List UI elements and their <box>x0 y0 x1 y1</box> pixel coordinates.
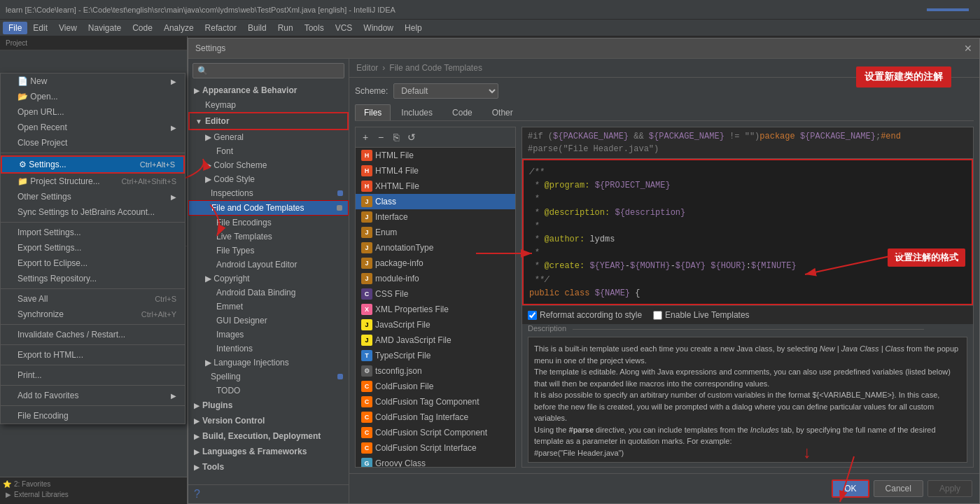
file-item-tsconfig[interactable]: ⚙ tsconfig.json <box>356 363 515 379</box>
file-item-interface[interactable]: J Interface <box>356 209 515 225</box>
menu-view[interactable]: View <box>53 22 83 34</box>
menu-navigate[interactable]: Navigate <box>83 22 127 34</box>
dropdown-close-project[interactable]: Close Project <box>1 135 185 150</box>
settings-inspections[interactable]: Inspections <box>188 186 349 200</box>
file-item-module-info[interactable]: J module-info <box>356 271 515 286</box>
dropdown-file-encoding[interactable]: File Encoding <box>1 408 185 424</box>
file-item-typescript[interactable]: T TypeScript File <box>356 348 515 363</box>
settings-spelling[interactable]: Spelling <box>188 370 349 384</box>
menu-file[interactable]: File <box>3 22 27 34</box>
file-item-enum[interactable]: J Enum <box>356 225 515 240</box>
help-icon[interactable]: ? <box>194 488 200 500</box>
file-item-cf-script-interface[interactable]: C ColdFusion Script Interface <box>356 440 515 456</box>
dropdown-import-settings[interactable]: Import Settings... <box>1 225 185 240</box>
dropdown-print[interactable]: Print... <box>1 368 185 383</box>
settings-file-encodings[interactable]: File Encodings <box>188 216 349 230</box>
dropdown-open-recent[interactable]: Open Recent▶ <box>1 120 185 135</box>
file-item-html4-file[interactable]: H HTML4 File <box>356 163 515 178</box>
live-templates-checkbox[interactable] <box>653 311 662 320</box>
file-item-cf-tag-interface[interactable]: C ColdFusion Tag Interface <box>356 410 515 425</box>
settings-build-execution[interactable]: ▶ Build, Execution, Deployment <box>188 428 349 444</box>
dropdown-open-url[interactable]: Open URL... <box>1 104 185 120</box>
settings-color-scheme[interactable]: ▶ Color Scheme <box>188 158 349 172</box>
file-item-annotation-type[interactable]: J AnnotationType <box>356 240 515 255</box>
file-item-javascript[interactable]: J JavaScript File <box>356 317 515 332</box>
reformat-checkbox[interactable] <box>528 311 537 320</box>
settings-code-style[interactable]: ▶ Code Style <box>188 172 349 186</box>
file-item-html-file[interactable]: H HTML File <box>356 148 515 163</box>
dropdown-export-html[interactable]: Export to HTML... <box>1 347 185 363</box>
tab-other[interactable]: Other <box>483 104 522 120</box>
apply-button[interactable]: Apply <box>927 480 972 497</box>
settings-keymap[interactable]: Keymap <box>188 98 349 112</box>
menu-analyze[interactable]: Analyze <box>158 22 200 34</box>
dropdown-project-structure[interactable]: 📁 Project Structure...Ctrl+Alt+Shift+S <box>1 174 185 189</box>
settings-todo[interactable]: TODO <box>188 384 349 398</box>
settings-search-input[interactable] <box>192 63 344 78</box>
code-editor[interactable]: /** * @program: ${PROJECT_NAME} * * @des… <box>522 159 973 305</box>
settings-tools[interactable]: ▶ Tools <box>188 459 349 475</box>
settings-intentions[interactable]: Intentions <box>188 342 349 356</box>
file-item-groovy-class[interactable]: G Groovy Class <box>356 456 515 468</box>
dropdown-export-settings[interactable]: Export Settings... <box>1 240 185 255</box>
file-item-cf-script-component[interactable]: C ColdFusion Script Component <box>356 425 515 440</box>
tab-includes[interactable]: Includes <box>392 104 442 120</box>
dropdown-save-all[interactable]: Save AllCtrl+S <box>1 291 185 307</box>
dropdown-settings[interactable]: ⚙ Settings...Ctrl+Alt+S <box>1 155 185 174</box>
add-template-button[interactable]: + <box>358 130 372 144</box>
dropdown-export-eclipse[interactable]: Export to Eclipse... <box>1 255 185 271</box>
file-item-amd-javascript[interactable]: J AMD JavaScript File <box>356 332 515 348</box>
file-item-css-file[interactable]: C CSS File <box>356 286 515 302</box>
menu-tools[interactable]: Tools <box>299 22 330 34</box>
cancel-button[interactable]: Cancel <box>874 480 923 497</box>
settings-android-layout-editor[interactable]: Android Layout Editor <box>188 258 349 272</box>
scheme-select[interactable]: Default <box>393 83 498 99</box>
settings-emmet[interactable]: Emmet <box>188 300 349 314</box>
dropdown-other-settings[interactable]: Other Settings▶ <box>1 189 185 204</box>
settings-general[interactable]: ▶ General <box>188 130 349 144</box>
menu-help[interactable]: Help <box>399 22 428 34</box>
reset-template-button[interactable]: ↺ <box>405 130 419 144</box>
settings-close-button[interactable]: ✕ <box>964 43 972 54</box>
dropdown-invalidate-caches[interactable]: Invalidate Caches / Restart... <box>1 327 185 342</box>
file-item-cf-tag-component[interactable]: C ColdFusion Tag Component <box>356 394 515 410</box>
settings-file-types[interactable]: File Types <box>188 244 349 258</box>
settings-file-and-code-templates[interactable]: File and Code Templates <box>188 200 349 216</box>
menu-build[interactable]: Build <box>242 22 272 34</box>
tab-code[interactable]: Code <box>443 104 482 120</box>
sidebar-external-libraries[interactable]: ▶ External Libraries <box>6 489 181 500</box>
settings-version-control[interactable]: ▶ Version Control <box>188 413 349 428</box>
copy-template-button[interactable]: ⎘ <box>389 130 403 144</box>
settings-font[interactable]: Font <box>188 144 349 158</box>
settings-language-injections[interactable]: ▶ Language Injections <box>188 356 349 370</box>
ok-button[interactable]: OK <box>832 479 869 498</box>
settings-gui-designer[interactable]: GUI Designer <box>188 314 349 328</box>
file-item-coldfusion[interactable]: C ColdFusion File <box>356 379 515 394</box>
menu-run[interactable]: Run <box>272 22 299 34</box>
menu-window[interactable]: Window <box>358 22 399 34</box>
settings-appearance-behavior[interactable]: ▶ Appearance & Behavior <box>188 83 349 98</box>
settings-android-data-binding[interactable]: Android Data Binding <box>188 286 349 300</box>
dropdown-settings-repo[interactable]: Settings Repository... <box>1 271 185 286</box>
file-item-xml-properties[interactable]: X XML Properties File <box>356 302 515 317</box>
dropdown-open[interactable]: 📂 Open... <box>1 89 185 104</box>
file-item-package-info[interactable]: J package-info <box>356 255 515 271</box>
dropdown-synchronize[interactable]: SynchronizeCtrl+Alt+Y <box>1 307 185 322</box>
remove-template-button[interactable]: − <box>374 130 388 144</box>
dropdown-new[interactable]: 📄 New▶ <box>1 74 185 89</box>
dropdown-sync-settings[interactable]: Sync Settings to JetBrains Account... <box>1 204 185 220</box>
settings-plugins[interactable]: ▶ Plugins <box>188 398 349 413</box>
menu-vcs[interactable]: VCS <box>330 22 358 34</box>
menu-refactor[interactable]: Refactor <box>200 22 242 34</box>
settings-live-templates[interactable]: Live Templates <box>188 230 349 244</box>
file-item-xhtml-file[interactable]: H XHTML File <box>356 178 515 194</box>
settings-copyright[interactable]: ▶ Copyright <box>188 272 349 286</box>
settings-languages-frameworks[interactable]: ▶ Languages & Frameworks <box>188 444 349 459</box>
dropdown-add-favorites[interactable]: Add to Favorites▶ <box>1 388 185 403</box>
menu-code[interactable]: Code <box>127 22 158 34</box>
tab-files[interactable]: Files <box>355 104 391 120</box>
file-item-class[interactable]: J Class <box>356 194 515 209</box>
settings-images[interactable]: Images <box>188 328 349 342</box>
settings-editor-header[interactable]: ▼ Editor <box>188 112 349 130</box>
menu-edit[interactable]: Edit <box>27 22 53 34</box>
